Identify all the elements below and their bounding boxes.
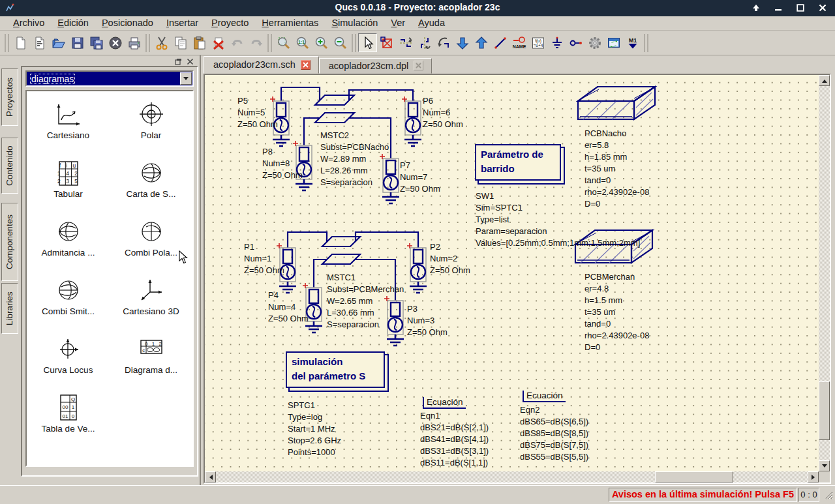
menu-proyecto[interactable]: Proyecto <box>205 17 255 29</box>
equation-1-title[interactable]: Ecuación <box>423 397 466 409</box>
zoom-out-button[interactable] <box>331 33 350 52</box>
component-item-polar[interactable]: Polar <box>110 98 192 156</box>
horizontal-scrollbar[interactable] <box>205 471 819 482</box>
menu-insertar[interactable]: Insertar <box>160 17 205 29</box>
port-P3-label[interactable]: P3Num=3Z=50 Ohm <box>407 303 448 338</box>
scroll-down-button[interactable] <box>819 460 830 471</box>
insert-wire-label-button[interactable]: NAME <box>509 33 528 52</box>
component-item-diagrama-tiempos[interactable]: 0 1 2c Diagrama d... <box>110 333 192 391</box>
vertical-scrollbar[interactable] <box>819 75 830 471</box>
paste-button[interactable] <box>190 33 209 52</box>
component-item-tabla-verdad[interactable]: Q001010 Tabla de Ve... <box>27 391 110 450</box>
menu-herramientas[interactable]: Herramientas <box>255 17 325 29</box>
sweep-parameter-box[interactable]: Parámetro de barrido <box>475 144 561 181</box>
sptc1-label[interactable]: SPTC1Type=logStart=1 MHzStop=2.6 GHzPoin… <box>288 400 341 458</box>
zoom-fit-button[interactable] <box>274 33 293 52</box>
tab-acoplador23cm-dpl[interactable]: acoplador23cm.dpl <box>319 58 433 74</box>
close-file-button[interactable] <box>106 33 125 52</box>
port-P2-symbol[interactable] <box>407 243 427 293</box>
port-P7-label[interactable]: P7Num=7Z=50 Ohm <box>400 160 440 195</box>
component-item-carta-smith[interactable]: Carta de S... <box>110 156 192 215</box>
push-into-subcircuit-button[interactable] <box>453 33 472 52</box>
component-item-cartesiano[interactable]: Cartesiano <box>27 98 110 156</box>
component-item-admitancia[interactable]: Admitancia ... <box>27 215 110 274</box>
mirror-about-y-button[interactable] <box>415 33 434 52</box>
new-document-button[interactable] <box>11 33 30 52</box>
window-maximize-button[interactable] <box>795 3 806 13</box>
port-P8-label[interactable]: P8Num=8Z=50 Ohm <box>262 146 303 181</box>
copy-button[interactable] <box>171 33 190 52</box>
menu-ayuda[interactable]: Ayuda <box>412 17 451 29</box>
delete-button[interactable] <box>209 33 228 52</box>
dock-tab-componentes[interactable]: Componentes <box>1 203 18 281</box>
menu-edicion[interactable]: Edición <box>51 17 95 29</box>
scroll-up-button[interactable] <box>819 75 830 86</box>
substrate-pcbnacho-symbol[interactable] <box>578 87 655 119</box>
pcbnacho-label[interactable]: PCBNachoer=5.8h=1.85 mmt=35 umtand=0rho=… <box>584 128 649 210</box>
port-P5-label[interactable]: P5Num=5Z=50 Ohm <box>237 95 278 130</box>
equation-2-title[interactable]: Ecuación <box>523 391 566 402</box>
dock-tab-proyectos[interactable]: Proyectos <box>1 68 18 126</box>
port-P2-label[interactable]: P2Num=2Z=50 Ohm <box>430 241 470 276</box>
port-P4-label[interactable]: P4Num=4Z=50 Ohm <box>268 289 309 325</box>
view-data-display-button[interactable] <box>604 33 623 52</box>
window-minimize-button[interactable] <box>772 3 784 13</box>
component-item-curva-locus[interactable]: Curva Locus <box>27 333 110 391</box>
open-file-button[interactable] <box>49 33 68 52</box>
menu-posicionado[interactable]: Posicionado <box>95 17 160 29</box>
scroll-left-button[interactable] <box>205 471 216 482</box>
print-button[interactable] <box>125 33 144 52</box>
window-close-button[interactable] <box>817 3 828 13</box>
undo-button[interactable] <box>228 33 247 52</box>
component-item-combi-smith[interactable]: Combi Smit... <box>27 274 110 333</box>
menu-simulacion[interactable]: Simulación <box>325 17 384 29</box>
cut-button[interactable] <box>152 33 171 52</box>
scroll-right-button[interactable] <box>808 471 819 482</box>
pcbmerchan-label[interactable]: PCBMerchaner=4.8h=1.5 mmt=35 umtand=0rho… <box>584 271 649 353</box>
mstc1-label[interactable]: MSTC1Subst=PCBMerchanW=2.65 mmL=30.66 mm… <box>327 272 404 331</box>
redo-button[interactable] <box>247 33 266 52</box>
set-marker-button[interactable]: M1 <box>623 33 642 52</box>
save-icon <box>70 36 85 50</box>
s-parameter-simulation-box[interactable]: simulación del parámetro S <box>286 351 385 388</box>
dock-tab-libraries[interactable]: Libraries <box>1 283 18 334</box>
insert-wire-button[interactable] <box>491 33 509 52</box>
rotate-component-button[interactable] <box>434 33 453 52</box>
port-P1-label[interactable]: P1Num=1Z=50 Ohm <box>244 241 284 276</box>
insert-ground-button[interactable] <box>547 33 566 52</box>
dock-close-button[interactable] <box>185 57 194 66</box>
tab-close-button[interactable] <box>414 61 423 70</box>
save-all-button[interactable] <box>87 33 106 52</box>
insert-equation-button[interactable]: f(u)=u+4 <box>528 33 547 52</box>
save-file-button[interactable] <box>68 33 87 52</box>
tab-close-button[interactable] <box>301 60 311 70</box>
component-category-select[interactable]: diagramas <box>25 70 194 87</box>
resize-grip[interactable] <box>824 490 833 502</box>
equation-2-body[interactable]: Eqn2dBS65=dB(S[6,5])dBS85=dB(S[8,5])dBS7… <box>520 404 588 463</box>
combo-dropdown-button[interactable] <box>180 72 192 85</box>
equation-1-body[interactable]: Eqn1dBS21=dB(S[2,1])dBS41=dB(S[4,1])dBS3… <box>420 410 489 469</box>
select-tool-button[interactable] <box>358 33 377 52</box>
zoom-in-button[interactable] <box>312 33 331 52</box>
dock-tab-contenido[interactable]: Contenido <box>1 138 18 194</box>
insert-port-button[interactable] <box>566 33 585 52</box>
schematic-canvas[interactable]: P5Num=5Z=50 Ohm P8Num=8Z=50 Ohm P6Num=6Z… <box>205 75 819 471</box>
deactivate-component-button[interactable] <box>377 33 396 52</box>
port-P6-symbol[interactable] <box>402 96 421 146</box>
component-item-cartesiano-3d[interactable]: Cartesiano 3D <box>110 274 192 333</box>
dock-float-button[interactable] <box>174 57 183 66</box>
pop-out-subcircuit-button[interactable] <box>472 33 491 52</box>
mstc2-label[interactable]: MSTC2Subst=PCBNachoW=2.89 mmL=28.26 mmS=… <box>320 130 389 188</box>
tab-acoplador23cm-sch[interactable]: acoplador23cm.sch <box>204 56 319 74</box>
menu-ver[interactable]: Ver <box>384 17 412 29</box>
zoom-one-to-one-button[interactable]: 1:1 <box>293 33 312 52</box>
mirror-about-x-button[interactable] <box>396 33 415 52</box>
simulate-button[interactable] <box>585 33 604 52</box>
new-text-document-button[interactable] <box>30 33 49 52</box>
hscroll-thumb[interactable] <box>655 471 733 482</box>
menu-archivo[interactable]: Archivo <box>7 17 51 29</box>
window-shade-button[interactable] <box>750 3 762 13</box>
vscroll-thumb[interactable] <box>819 381 830 440</box>
component-item-tabular[interactable]: f i u1 4 22 3 5 Tabular <box>27 156 110 215</box>
port-P6-label[interactable]: P6Num=6Z=50 Ohm <box>423 95 463 130</box>
